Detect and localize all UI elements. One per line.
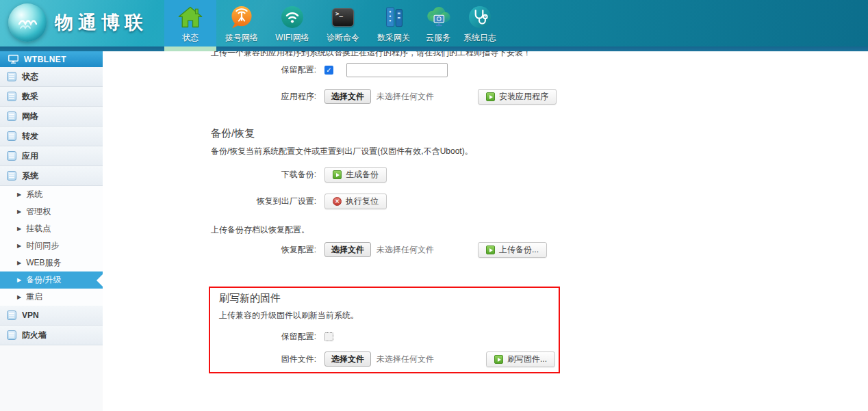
sidebar-subitem-mountpoint[interactable]: ▶ 挂载点 bbox=[0, 220, 103, 237]
perform-reset-button[interactable]: ✕ 执行复位 bbox=[324, 194, 387, 209]
sidebar-item-status[interactable]: 状态 bbox=[0, 67, 103, 87]
flash-firmware-button[interactable]: 刷写固件... bbox=[486, 352, 555, 367]
sidebar-item-system[interactable]: 系统 bbox=[0, 166, 103, 186]
choose-file-button[interactable]: 选择文件 bbox=[324, 352, 371, 367]
nav-tab-gateway[interactable]: 数采网关 bbox=[368, 0, 419, 51]
factory-reset-row: 恢复到出厂设置: ✕ 执行复位 bbox=[103, 193, 868, 209]
firmware-description: 上传兼容的升级固件以刷新当前系统。 bbox=[219, 310, 359, 321]
upload-backup-hint: 上传备份存档以恢复配置。 bbox=[211, 224, 309, 236]
list-icon bbox=[7, 310, 16, 320]
sidebar-item-label: 网络 bbox=[22, 111, 38, 122]
app-file-row: 应用程序: 选择文件 未选择任何文件 安装应用程序 bbox=[103, 88, 868, 105]
play-icon bbox=[333, 170, 342, 179]
firmware-keep-config-checkbox[interactable] bbox=[324, 332, 333, 341]
sidebar-title: WTBLNET bbox=[24, 55, 66, 64]
nav-tab-dialup[interactable]: 拨号网络 bbox=[216, 0, 267, 51]
list-icon bbox=[7, 92, 16, 101]
gateway-icon bbox=[382, 3, 405, 31]
top-nav: 状态 拨号网络 bbox=[164, 0, 502, 51]
caret-right-icon: ▶ bbox=[17, 209, 21, 215]
sidebar-subitem-system[interactable]: ▶ 系统 bbox=[0, 186, 103, 203]
caret-right-icon: ▶ bbox=[17, 243, 21, 249]
terminal-glyph: >_ bbox=[332, 8, 354, 27]
reset-x-icon: ✕ bbox=[333, 197, 342, 206]
home-icon bbox=[178, 3, 203, 31]
play-icon bbox=[494, 355, 503, 364]
nav-tab-status[interactable]: 状态 bbox=[164, 0, 216, 51]
firmware-file-row: 固件文件: 选择文件 未选择任何文件 刷写固件... bbox=[103, 351, 868, 367]
install-app-button[interactable]: 安装应用程序 bbox=[478, 89, 557, 105]
caret-right-icon: ▶ bbox=[17, 277, 21, 283]
perform-reset-label: 执行复位 bbox=[346, 196, 379, 207]
keep-config-checkbox[interactable]: ✓ bbox=[324, 66, 333, 75]
caret-right-icon: ▶ bbox=[17, 226, 21, 232]
caret-right-icon: ▶ bbox=[17, 191, 21, 198]
generate-backup-button[interactable]: 生成备份 bbox=[324, 167, 387, 183]
list-icon bbox=[7, 72, 16, 81]
sidebar-subitem-timesync[interactable]: ▶ 时间同步 bbox=[0, 237, 103, 254]
config-text-input[interactable] bbox=[346, 63, 448, 77]
sidebar-subitem-reboot[interactable]: ▶ 重启 bbox=[0, 289, 103, 306]
sidebar-item-firewall[interactable]: 防火墙 bbox=[0, 326, 103, 345]
nav-tab-diagnostics[interactable]: >_ 诊断命令 bbox=[318, 0, 368, 51]
keep-config-label: 保留配置: bbox=[103, 64, 316, 76]
nav-tab-label: 云服务 bbox=[426, 32, 450, 44]
sidebar-item-network[interactable]: 网络 bbox=[0, 107, 103, 127]
download-backup-row: 下载备份: 生成备份 bbox=[103, 166, 868, 183]
firmware-title: 刷写新的固件 bbox=[219, 292, 281, 305]
terminal-icon: >_ bbox=[332, 3, 354, 31]
nav-tab-label: WIFI网络 bbox=[275, 32, 309, 44]
no-file-text: 未选择任何文件 bbox=[376, 244, 434, 256]
nav-tab-label: 拨号网络 bbox=[225, 32, 258, 44]
nav-tab-cloud[interactable]: 云服务 bbox=[419, 0, 457, 51]
sidebar-subitem-label: 时间同步 bbox=[26, 240, 59, 252]
logo-sphere-icon bbox=[8, 3, 47, 42]
sidebar-subitem-label: 系统 bbox=[26, 189, 42, 200]
list-icon bbox=[7, 171, 16, 181]
install-app-label: 安装应用程序 bbox=[499, 91, 548, 103]
restore-config-label: 恢复配置: bbox=[103, 244, 316, 256]
factory-reset-label: 恢复到出厂设置: bbox=[103, 196, 316, 207]
nav-tab-syslog[interactable]: 系统日志 bbox=[457, 0, 502, 51]
sidebar-item-apps[interactable]: 应用 bbox=[0, 146, 103, 166]
app-file-label: 应用程序: bbox=[103, 91, 316, 103]
firmware-keep-config-label: 保留配置: bbox=[103, 331, 316, 343]
choose-file-button[interactable]: 选择文件 bbox=[324, 89, 371, 104]
generate-backup-label: 生成备份 bbox=[346, 169, 379, 181]
sidebar-item-forward[interactable]: 转发 bbox=[0, 127, 103, 146]
upload-backup-button[interactable]: 上传备份... bbox=[478, 242, 547, 258]
firmware-keep-config-row: 保留配置: bbox=[103, 328, 868, 345]
sidebar-item-label: VPN bbox=[22, 310, 39, 320]
download-backup-label: 下载备份: bbox=[103, 169, 316, 181]
sidebar-item-label: 防火墙 bbox=[22, 330, 47, 341]
backup-restore-description: 备份/恢复当前系统配置文件或重置到出厂设置(仅固件有效,不含Uboot)。 bbox=[211, 146, 473, 157]
upload-backup-label: 上传备份... bbox=[499, 244, 539, 256]
play-icon bbox=[486, 92, 495, 101]
wifi-icon bbox=[280, 3, 305, 31]
sidebar-item-data-collect[interactable]: 数采 bbox=[0, 87, 103, 107]
sidebar: WTBLNET 状态 数采 网络 转发 应用 系统 bbox=[0, 51, 103, 411]
firmware-file-label: 固件文件: bbox=[103, 354, 316, 365]
sidebar-item-label: 数采 bbox=[22, 91, 38, 103]
list-icon bbox=[7, 131, 16, 141]
sidebar-subitem-webservice[interactable]: ▶ WEB服务 bbox=[0, 254, 103, 271]
choose-file-button[interactable]: 选择文件 bbox=[324, 242, 371, 257]
sidebar-item-label: 系统 bbox=[22, 170, 38, 182]
flash-firmware-label: 刷写固件... bbox=[507, 354, 547, 365]
backup-restore-title: 备份/恢复 bbox=[211, 127, 255, 140]
sidebar-subitem-label: 挂载点 bbox=[26, 223, 51, 235]
sidebar-item-label: 转发 bbox=[22, 131, 38, 142]
sidebar-item-vpn[interactable]: VPN bbox=[0, 306, 103, 326]
nav-tab-label: 数采网关 bbox=[377, 32, 410, 44]
sidebar-subitem-admin[interactable]: ▶ 管理权 bbox=[0, 203, 103, 220]
caret-right-icon: ▶ bbox=[17, 294, 21, 300]
keep-config-row: 保留配置: ✓ bbox=[103, 62, 868, 78]
list-icon bbox=[7, 111, 16, 121]
nav-tab-wifi[interactable]: WIFI网络 bbox=[267, 0, 318, 51]
sidebar-item-label: 应用 bbox=[22, 150, 38, 162]
cloud-icon bbox=[424, 3, 452, 31]
sidebar-subitem-backup-upgrade[interactable]: ▶ 备份/升级 bbox=[0, 271, 103, 289]
nav-tab-label: 系统日志 bbox=[463, 32, 496, 44]
brand-logo: 物通博联 bbox=[8, 3, 148, 42]
restore-config-row: 恢复配置: 选择文件 未选择任何文件 上传备份... bbox=[103, 241, 868, 258]
